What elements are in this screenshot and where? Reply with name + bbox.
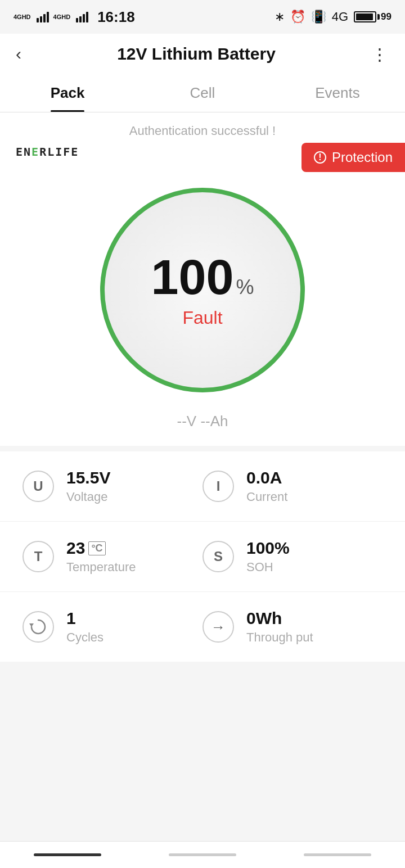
battery-circle: 100 % Fault (96, 183, 309, 397)
metric-row-cycles-throughput: 1 Cycles → 0Wh Through put (0, 592, 405, 662)
battery-circle-inner: 100 % Fault (105, 192, 300, 388)
temperature-icon: T (22, 541, 54, 572)
battery-circle-section: 100 % Fault (0, 172, 405, 403)
protection-icon: ! (314, 151, 326, 164)
back-button[interactable]: ‹ (16, 44, 21, 64)
metric-row-temp-soh: T 23 °C Temperature S 100% SOH (0, 522, 405, 592)
cycles-values: 1 Cycles (66, 609, 104, 645)
signal-4g-icon: 4G (332, 10, 348, 24)
nav-indicator-1 (34, 853, 101, 856)
soh-icon: S (202, 541, 234, 572)
voltage-icon: U (22, 471, 54, 502)
metrics-section: U 15.5V Voltage I 0.0A Current (0, 451, 405, 662)
cycles-value: 1 (66, 609, 104, 628)
metric-voltage: U 15.5V Voltage (22, 468, 202, 504)
metric-throughput: → 0Wh Through put (202, 609, 382, 645)
auth-message: Authentication successful ! (0, 112, 405, 138)
metric-cycles: 1 Cycles (22, 609, 202, 645)
current-value: 0.0A (246, 468, 287, 487)
voltage-value: 15.5V (66, 468, 110, 487)
soh-values: 100% SOH (246, 539, 290, 575)
current-label: Current (246, 490, 287, 504)
brand-row: ENERLIFE ! Protection (0, 138, 405, 172)
throughput-icon: → (202, 611, 234, 643)
tab-pack[interactable]: Pack (0, 74, 135, 112)
signal-bars-2 (76, 11, 88, 22)
temperature-value: 23 °C (66, 539, 136, 558)
throughput-label: Through put (246, 630, 313, 645)
status-bar: 4GHD 4GHD 16:18 ∗ ⏰ 📳 4G 99 (0, 0, 405, 34)
status-left: 4GHD 4GHD 16:18 (14, 8, 140, 26)
status-right: ∗ ⏰ 📳 4G 99 (274, 10, 392, 24)
current-values: 0.0A Current (246, 468, 287, 504)
tab-events[interactable]: Events (270, 74, 405, 112)
metric-temperature: T 23 °C Temperature (22, 539, 202, 575)
metric-row-voltage-current: U 15.5V Voltage I 0.0A Current (0, 451, 405, 522)
temperature-unit-box: °C (88, 541, 105, 555)
soh-value: 100% (246, 539, 290, 558)
battery-percentage: 100 (151, 252, 234, 302)
metric-current: I 0.0A Current (202, 468, 382, 504)
nav-indicator-2 (169, 853, 236, 856)
cycle-arrow-svg (28, 617, 48, 637)
main-content: Authentication successful ! ENERLIFE ! P… (0, 112, 405, 707)
battery-status: Fault (182, 308, 222, 328)
temperature-values: 23 °C Temperature (66, 539, 136, 575)
soh-label: SOH (246, 560, 290, 575)
protection-badge[interactable]: ! Protection (302, 143, 405, 172)
svg-marker-2 (29, 623, 34, 627)
throughput-value: 0Wh (246, 609, 313, 628)
protection-label: Protection (332, 150, 393, 165)
throughput-values: 0Wh Through put (246, 609, 313, 645)
tab-cell[interactable]: Cell (135, 74, 270, 112)
menu-button[interactable]: ⋮ (371, 44, 389, 64)
bluetooth-icon: ∗ (274, 10, 285, 24)
cycles-label: Cycles (66, 630, 104, 645)
voltage-values: 15.5V Voltage (66, 468, 110, 504)
voltage-label: Voltage (66, 490, 110, 504)
signal-label-2: 4GHD (53, 13, 71, 20)
v-ah-display: --V --Ah (0, 403, 405, 446)
vibration-icon: 📳 (311, 10, 326, 24)
bottom-nav (0, 841, 405, 868)
brand-logo: ENERLIFE (16, 145, 79, 159)
logo-text: ENERLIFE (16, 145, 79, 159)
signal-label-1: 4GHD (14, 13, 31, 20)
current-icon: I (202, 471, 234, 502)
nav-indicator-3 (304, 853, 371, 856)
metric-soh: S 100% SOH (202, 539, 382, 575)
app-header: ‹ 12V Lithium Battery ⋮ (0, 34, 405, 74)
page-title: 12V Lithium Battery (117, 44, 276, 64)
cycles-icon (22, 611, 54, 643)
battery-level: 99 (381, 11, 392, 22)
battery-status: 99 (354, 11, 392, 22)
temperature-label: Temperature (66, 560, 136, 575)
percent-symbol: % (236, 275, 254, 299)
signal-bars-1 (37, 11, 49, 22)
tab-bar: Pack Cell Events (0, 74, 405, 112)
percent-display: 100 % (151, 252, 254, 302)
status-time: 16:18 (97, 8, 135, 26)
alarm-icon: ⏰ (290, 10, 305, 24)
